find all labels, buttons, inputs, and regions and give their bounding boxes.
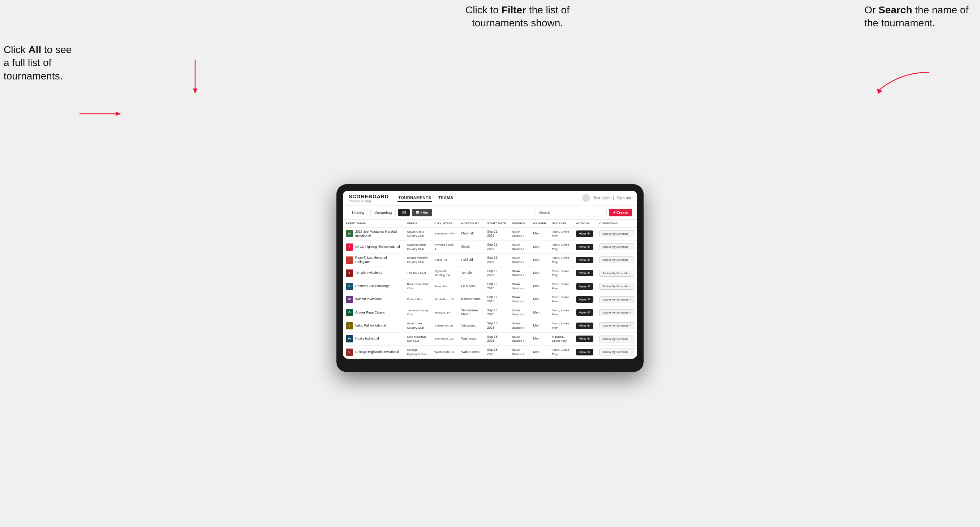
event-name-text-4: Upstate Dual Challenge — [355, 284, 390, 289]
city-cell-7: Chesterton, IN — [431, 319, 458, 332]
add-to-schedule-button-9[interactable]: Add to My Schedule + — [599, 349, 634, 356]
gender-cell-5: Men — [530, 293, 549, 306]
competing-cell-7: Add to My Schedule + — [596, 319, 637, 332]
view-button-9[interactable]: View 👁 — [576, 349, 593, 356]
division-cell-3: NCAA Division I — [509, 267, 530, 279]
scoring-cell-7: Team, Stroke Play — [549, 319, 573, 332]
event-name-cell-6: G Grover Page Classic — [343, 306, 404, 319]
all-tab[interactable]: All — [398, 209, 410, 216]
nav-tabs: TOURNAMENTS TEAMS — [398, 194, 582, 202]
hosted-by-cell-4: Le Moyne — [458, 280, 484, 293]
hosting-tab[interactable]: Hosting — [348, 209, 368, 216]
team-logo-1: I — [346, 243, 353, 251]
competing-cell-3: Add to My Schedule + — [596, 267, 637, 279]
start-date-cell-0: Sep 11, 2023 — [484, 227, 509, 240]
start-date-cell-3: Sep 16, 2023 — [484, 267, 509, 279]
add-to-schedule-button-8[interactable]: Add to My Schedule + — [599, 336, 634, 343]
tournaments-table: EVENT NAME VENUE CITY, STATE HOSTED BY S… — [343, 220, 637, 359]
team-logo-6: G — [346, 309, 353, 316]
eye-icon-5: 👁 — [587, 298, 590, 301]
app-header: SCOREBOARD Powered by clippd TOURNAMENTS… — [343, 191, 637, 206]
division-cell-6: NCAA Division I — [509, 306, 530, 319]
scoring-cell-1: Team, Stroke Play — [549, 240, 573, 253]
view-button-8[interactable]: View 👁 — [576, 336, 593, 342]
division-cell-9: NCAA Division I — [509, 345, 530, 358]
venue-cell-3: The 1912 Club — [404, 267, 431, 279]
arrow-top-center — [188, 60, 202, 96]
add-to-schedule-button-6[interactable]: Add to My Schedule + — [599, 309, 634, 316]
competing-cell-4: Add to My Schedule + — [596, 280, 637, 293]
team-logo-8: W — [346, 335, 353, 343]
view-button-3[interactable]: View 👁 — [576, 270, 593, 276]
add-to-schedule-button-5[interactable]: Add to My Schedule + — [599, 296, 634, 303]
competing-tab[interactable]: Competing — [371, 209, 396, 216]
start-date-cell-2: Sep 16, 2023 — [484, 254, 509, 267]
table-row: F Ryan T. Lee Memorial Collegiate Shuttl… — [343, 254, 637, 267]
team-logo-3: T — [346, 270, 353, 277]
start-date-cell-4: Sep 16, 2023 — [484, 280, 509, 293]
gender-cell-6: Men — [530, 306, 549, 319]
view-button-0[interactable]: View 👁 — [576, 230, 593, 237]
add-to-schedule-button-2[interactable]: Add to My Schedule + — [599, 256, 634, 264]
venue-cell-4: Ravenwood Golf Club — [404, 280, 431, 293]
start-date-cell-7: Sep 18, 2023 — [484, 319, 509, 332]
venue-cell-8: Gold Mountain Golf Club — [404, 332, 431, 345]
gender-cell-1: Men — [530, 240, 549, 253]
nav-tab-teams[interactable]: TEAMS — [438, 194, 454, 202]
view-button-7[interactable]: View 👁 — [576, 322, 593, 329]
event-name-text-1: OFCC Fighting Illini Invitational — [355, 245, 400, 249]
scoring-cell-5: Team, Stroke Play — [549, 293, 573, 306]
nav-tab-tournaments[interactable]: TOURNAMENTS — [398, 194, 432, 202]
tournaments-table-container: EVENT NAME VENUE CITY, STATE HOSTED BY S… — [343, 220, 637, 359]
venue-cell-6: Jackson Country Club — [404, 306, 431, 319]
tablet-frame: SCOREBOARD Powered by clippd TOURNAMENTS… — [336, 184, 644, 372]
scoring-cell-4: Team, Stroke Play — [549, 280, 573, 293]
add-to-schedule-button-3[interactable]: Add to My Schedule + — [599, 270, 634, 277]
start-date-cell-8: Sep 18, 2023 — [484, 332, 509, 345]
logo-text: SCOREBOARD — [349, 194, 389, 199]
gender-cell-2: Men — [530, 254, 549, 267]
event-name-cell-9: C Chicago Highlands Invitational — [343, 345, 404, 358]
start-date-cell-5: Sep 17, 2023 — [484, 293, 509, 306]
create-button[interactable]: + Create — [609, 209, 632, 216]
view-button-1[interactable]: View 👁 — [576, 244, 593, 250]
hosted-by-cell-2: Fairfield — [458, 254, 484, 267]
action-cell-5: View 👁 — [573, 293, 596, 306]
division-cell-4: NCAA Division I — [509, 280, 530, 293]
division-cell-2: NCAA Division I — [509, 254, 530, 267]
team-logo-4: U — [346, 283, 353, 290]
view-button-4[interactable]: View 👁 — [576, 283, 593, 290]
action-cell-7: View 👁 — [573, 319, 596, 332]
eye-icon-1: 👁 — [587, 245, 590, 249]
gender-cell-8: Men — [530, 332, 549, 345]
city-cell-1: Olympia Fields, IL — [431, 240, 458, 253]
signout-link[interactable]: Sign out — [617, 196, 631, 200]
view-button-5[interactable]: View 👁 — [576, 296, 593, 303]
competing-cell-9: Add to My Schedule + — [596, 345, 637, 358]
add-to-schedule-button-1[interactable]: Add to My Schedule + — [599, 243, 634, 250]
add-to-schedule-button-0[interactable]: Add to My Schedule + — [599, 230, 634, 237]
view-button-6[interactable]: View 👁 — [576, 309, 593, 316]
filter-button[interactable]: ☰ Filter — [412, 209, 432, 216]
scoring-cell-8: Individual, Stroke Play — [549, 332, 573, 345]
view-button-2[interactable]: View 👁 — [576, 257, 593, 264]
annotation-top-right: Or Search the name of the tournament. — [864, 3, 973, 30]
hosted-by-cell-9: Wake Forest — [458, 345, 484, 358]
add-to-schedule-button-4[interactable]: Add to My Schedule + — [599, 283, 634, 290]
add-to-schedule-button-7[interactable]: Add to My Schedule + — [599, 322, 634, 329]
competing-cell-6: Add to My Schedule + — [596, 306, 637, 319]
table-row: W Wildcat Invitational Colbert Hills Man… — [343, 293, 637, 306]
event-name-text-6: Grover Page Classic — [355, 311, 385, 315]
toolbar: Hosting Competing All ☰ Filter + Create — [343, 206, 637, 220]
action-cell-0: View 👁 — [573, 227, 596, 240]
action-cell-3: View 👁 — [573, 267, 596, 279]
col-actions: ACTIONS — [573, 220, 596, 227]
table-row: W Husky Individual Gold Mountain Golf Cl… — [343, 332, 637, 345]
tablet-screen: SCOREBOARD Powered by clippd TOURNAMENTS… — [343, 191, 637, 359]
arrow-top-right — [864, 68, 937, 97]
gender-cell-4: Men — [530, 280, 549, 293]
col-hosted-by: HOSTED BY — [458, 220, 484, 227]
search-input[interactable] — [535, 209, 607, 216]
col-division: DIVISION — [509, 220, 530, 227]
hosted-by-cell-7: Valparaiso — [458, 319, 484, 332]
